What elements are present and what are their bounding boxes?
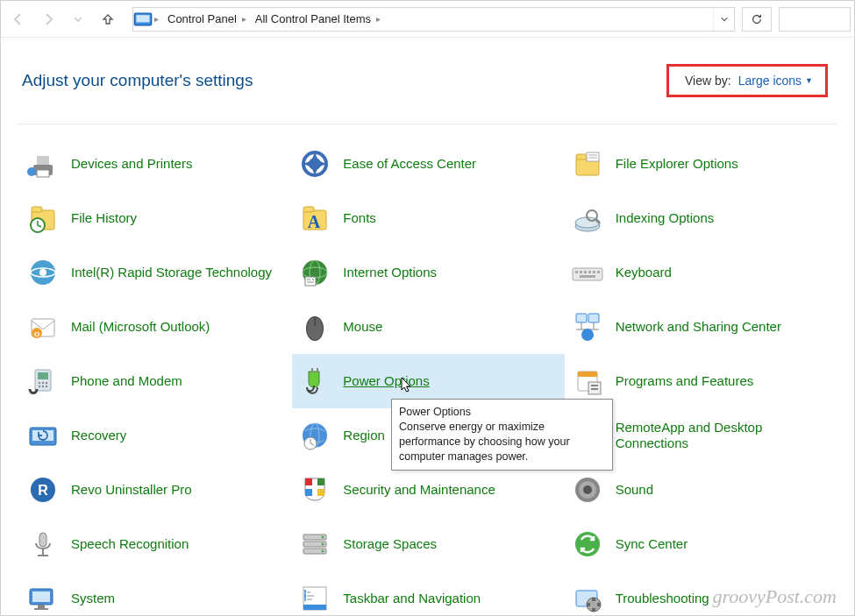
item-label: Intel(R) Rapid Storage Technology: [71, 265, 272, 280]
control-panel-item[interactable]: Security and Maintenance: [292, 463, 564, 517]
intel-rst-icon: [24, 253, 62, 292]
item-label: Ease of Access Center: [343, 156, 476, 172]
power-icon: [296, 362, 334, 400]
ease-icon: [296, 145, 334, 183]
control-panel-item[interactable]: Storage Spaces: [292, 517, 564, 571]
caret-down-icon: ▼: [805, 76, 813, 85]
up-button[interactable]: [94, 7, 122, 32]
security-icon: [296, 471, 334, 509]
recent-dropdown-button[interactable]: [64, 7, 92, 32]
mail-icon: [24, 308, 62, 346]
control-panel-item[interactable]: Speech Recognition: [20, 517, 292, 571]
revo-icon: [24, 471, 62, 509]
item-label: Devices and Printers: [71, 156, 192, 172]
control-panel-item[interactable]: Mail (Microsoft Outlook): [20, 300, 292, 354]
mouse-icon: [296, 308, 334, 346]
item-label: Mouse: [343, 319, 382, 335]
system-icon: [24, 579, 62, 616]
phone-icon: [24, 362, 62, 400]
control-panel-item[interactable]: Ease of Access Center: [292, 137, 564, 191]
taskbar-icon: [296, 579, 334, 616]
sound-icon: [568, 471, 607, 509]
page-title: Adjust your computer's settings: [22, 71, 253, 90]
control-panel-item[interactable]: Recovery: [20, 408, 292, 463]
breadcrumb-item[interactable]: All Control Panel Items: [248, 12, 374, 25]
control-panel-item[interactable]: Sync Center: [565, 517, 837, 571]
control-panel-item[interactable]: Indexing Options: [565, 191, 837, 245]
address-dropdown-button[interactable]: [713, 8, 734, 31]
control-panel-item[interactable]: System: [20, 571, 292, 616]
item-label: Internet Options: [343, 265, 437, 280]
item-label: Sync Center: [616, 536, 688, 552]
item-label: Storage Spaces: [343, 536, 437, 552]
item-label: Power Options: [343, 373, 429, 389]
refresh-button[interactable]: [742, 7, 772, 32]
region-icon: [296, 416, 334, 455]
network-icon: [568, 308, 607, 346]
chevron-right-icon[interactable]: ▸: [153, 14, 160, 24]
item-label: Indexing Options: [616, 210, 715, 226]
speech-icon: [24, 525, 62, 563]
breadcrumb-item[interactable]: Control Panel: [160, 12, 240, 25]
troubleshoot-icon: [568, 579, 607, 616]
item-label: Programs and Features: [616, 373, 754, 389]
keyboard-icon: [568, 253, 607, 292]
items-grid: Devices and PrintersEase of Access Cente…: [1, 131, 854, 616]
forward-button[interactable]: [34, 7, 62, 32]
control-panel-item[interactable]: Internet Options: [292, 245, 564, 300]
folder-options-icon: [568, 145, 607, 183]
control-panel-item[interactable]: File Explorer Options: [565, 137, 837, 191]
storage-icon: [296, 525, 334, 563]
control-panel-item[interactable]: File History: [20, 191, 292, 245]
item-label: Fonts: [343, 210, 376, 226]
item-label: Speech Recognition: [71, 536, 189, 552]
search-input[interactable]: [779, 7, 851, 32]
item-label: Phone and Modem: [71, 373, 182, 389]
control-panel-icon: [133, 10, 153, 29]
item-label: Revo Uninstaller Pro: [71, 482, 192, 498]
control-panel-item[interactable]: Intel(R) Rapid Storage Technology: [20, 245, 292, 300]
control-panel-item[interactable]: Mouse: [292, 300, 564, 354]
control-panel-item[interactable]: Taskbar and Navigation: [292, 571, 564, 616]
tooltip-body: Conserve energy or maximize performance …: [399, 420, 605, 464]
item-label: RemoteApp and Desktop Connections: [616, 420, 830, 451]
item-label: Mail (Microsoft Outlook): [71, 319, 210, 335]
control-panel-item[interactable]: Sound: [565, 463, 837, 517]
view-by-selector[interactable]: View by: Large icons ▼: [666, 64, 828, 97]
view-by-label: View by:: [685, 74, 731, 88]
chevron-right-icon[interactable]: ▸: [240, 14, 248, 24]
indexing-icon: [568, 199, 607, 237]
item-label: Troubleshooting: [616, 591, 709, 606]
header-row: Adjust your computer's settings View by:…: [1, 38, 854, 124]
control-panel-item[interactable]: Keyboard: [565, 245, 837, 300]
control-panel-item[interactable]: Troubleshooting: [565, 571, 837, 616]
back-button[interactable]: [4, 7, 32, 32]
control-panel-item[interactable]: Devices and Printers: [20, 137, 292, 191]
recovery-icon: [24, 416, 62, 455]
chevron-right-icon[interactable]: ▸: [374, 14, 382, 24]
navigation-toolbar: ▸ Control Panel ▸ All Control Panel Item…: [1, 1, 854, 38]
sync-icon: [568, 525, 607, 563]
view-by-value: Large icons: [738, 74, 802, 88]
tooltip-title: Power Options: [399, 405, 605, 420]
item-label: Keyboard: [616, 265, 672, 280]
file-history-icon: [24, 199, 62, 237]
item-label: Recovery: [71, 428, 126, 443]
programs-icon: [568, 362, 607, 400]
item-label: Security and Maintenance: [343, 482, 495, 498]
item-label: Network and Sharing Center: [616, 319, 781, 335]
item-label: Taskbar and Navigation: [343, 591, 481, 606]
printer-icon: [24, 145, 62, 183]
svg-rect-1: [136, 15, 149, 22]
breadcrumb: Control Panel ▸ All Control Panel Items …: [160, 12, 713, 25]
control-panel-item[interactable]: Phone and Modem: [20, 354, 292, 408]
control-panel-item[interactable]: Revo Uninstaller Pro: [20, 463, 292, 517]
item-label: Sound: [616, 482, 653, 498]
control-panel-item[interactable]: Network and Sharing Center: [565, 300, 837, 354]
control-panel-item[interactable]: Fonts: [292, 191, 564, 245]
address-bar[interactable]: ▸ Control Panel ▸ All Control Panel Item…: [132, 7, 735, 32]
fonts-icon: [296, 199, 334, 237]
item-label: File Explorer Options: [616, 156, 738, 172]
item-label: System: [71, 591, 115, 606]
tooltip: Power Options Conserve energy or maximiz…: [391, 399, 613, 471]
